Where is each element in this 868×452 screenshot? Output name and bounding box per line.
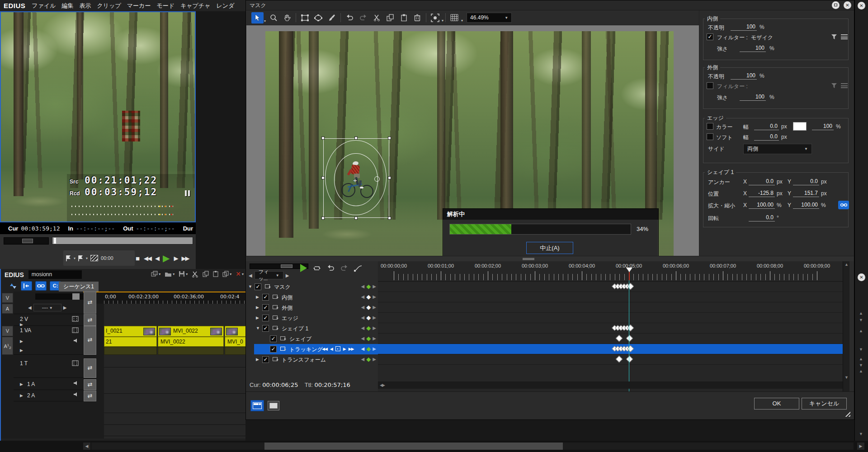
collapse-icon[interactable]: ▼ — [248, 284, 252, 289]
scroll-down-icon[interactable]: ▼ — [859, 432, 863, 436]
player-video-monitor[interactable]: Src 00:21:01;22 Rcd 00:03:59;12 — [0, 11, 196, 222]
close-icon[interactable]: ✕ — [858, 2, 865, 9]
kf-track-mask[interactable] — [378, 282, 843, 292]
filter-funnel-icon[interactable] — [831, 83, 837, 89]
zoom-level-select[interactable]: 46.49% ▼ — [467, 13, 512, 23]
track-header-1va[interactable]: 1 VA — [14, 326, 83, 337]
shape-handle[interactable] — [388, 137, 391, 140]
shape-handle[interactable] — [354, 217, 358, 220]
clip-mvi0021-video[interactable]: I_0021 — [104, 326, 157, 337]
tracking-target-dropdown[interactable]: ▾ — [442, 19, 443, 23]
add-key-icon[interactable]: ◆ — [366, 325, 371, 331]
undo-button[interactable] — [343, 11, 356, 24]
layout-single-button[interactable] — [268, 401, 279, 410]
flag-in-dropdown[interactable]: ▾ — [74, 256, 75, 260]
track-options-icon[interactable] — [10, 283, 16, 289]
track-forward-icon[interactable]: ▶ — [343, 347, 346, 351]
track-header-1a[interactable]: ▶ 1 A — [14, 379, 83, 390]
zoom-tool-button[interactable] — [267, 11, 280, 24]
prev-key-icon[interactable]: ◀ — [361, 336, 365, 341]
curve-editor-button[interactable] — [354, 265, 362, 272]
position-bar[interactable] — [52, 237, 193, 245]
row-checkbox[interactable]: ✓ — [262, 294, 269, 301]
timeline-ruler[interactable]: 0;00 00:02:23;00 00:02:36;00 00:02:4 — [83, 292, 245, 304]
track-patch-2v[interactable]: ⇄ — [84, 314, 96, 326]
hand-tool-button[interactable] — [280, 11, 294, 24]
menu-file[interactable]: ファイル — [32, 2, 56, 10]
delete-button[interactable] — [410, 11, 424, 24]
source-dropdown[interactable]: ---- ▼ — [33, 304, 61, 311]
scale-link-icon[interactable] — [838, 201, 849, 209]
shape-handle[interactable] — [321, 137, 325, 140]
add-key-icon[interactable]: ◆ — [366, 294, 371, 300]
delete-button[interactable]: ✕▾ — [236, 270, 244, 278]
clip-mvi0021-audio[interactable]: 21 — [104, 337, 157, 347]
kf-track-transform[interactable] — [378, 354, 843, 365]
keyframe-ruler[interactable]: 00:00:00;00 00:00:01;00 00:00:02;00 00:0… — [378, 261, 843, 282]
add-key-icon[interactable]: ◆ — [366, 356, 371, 362]
rectangle-shape-button[interactable] — [298, 11, 311, 24]
row-checkbox[interactable]: ✓ — [255, 283, 261, 290]
flag-in-icon[interactable] — [66, 255, 71, 261]
scale-y-value[interactable]: 100.00 — [793, 202, 819, 209]
prev-frame-button[interactable]: ◀ — [155, 255, 159, 262]
next-key-icon[interactable]: ▶ — [373, 315, 376, 320]
rewind-button[interactable]: ◀◀ — [144, 255, 151, 262]
edge-color-opacity-value[interactable]: 100 — [812, 123, 834, 130]
track-patch-1t[interactable]: ⇄ — [84, 358, 96, 378]
position-thumb[interactable] — [54, 238, 56, 244]
next-key-icon[interactable]: ▶ — [373, 284, 376, 289]
opacity-value[interactable]: 100 — [731, 72, 757, 80]
open-project-button[interactable]: ▾ — [165, 271, 175, 277]
resize-grip[interactable] — [844, 410, 850, 417]
inner-filter-checkbox[interactable]: ✓ — [707, 33, 713, 40]
add-key-icon[interactable]: ◆ — [366, 283, 371, 289]
kf-row-shape1[interactable]: ▼ ✓ シェイプ 1 ◀◆▶ — [246, 323, 378, 334]
shuttle-thumb[interactable] — [22, 239, 33, 243]
scroll-right-button[interactable]: ▶ — [857, 443, 864, 450]
clip-mvi-video-clipped[interactable] — [225, 326, 245, 337]
grid-button[interactable] — [448, 11, 461, 24]
scale-x-value[interactable]: 100.00 — [749, 202, 775, 209]
keyframe-play-button[interactable] — [300, 264, 307, 272]
track-patch-master[interactable]: ⇄ — [84, 292, 96, 314]
scroll-up-icon[interactable]: ▲ — [859, 329, 863, 333]
menu-clip[interactable]: クリップ — [97, 2, 121, 10]
clip-mvi0022-video[interactable]: MVI_0022 — [158, 326, 224, 337]
ellipse-shape-button[interactable] — [311, 11, 325, 24]
kf-track-outer[interactable] — [378, 302, 843, 313]
tracking-target-button[interactable] — [428, 11, 442, 24]
expand-icon[interactable]: ▶ — [256, 315, 259, 320]
strength-value[interactable]: 100 — [740, 94, 766, 101]
shape-handle[interactable] — [354, 137, 358, 140]
mask-preview-area[interactable]: + 解析中 34% 中止(A) — [246, 25, 699, 256]
copy-button[interactable] — [383, 11, 397, 24]
prev-key-icon[interactable]: ◀ — [361, 325, 365, 330]
duplicate-button[interactable]: ▾ — [222, 271, 231, 277]
track-patch-1a[interactable]: ⇄ — [84, 379, 96, 390]
next-key-icon[interactable]: ▶ — [373, 346, 376, 351]
va-badge-a[interactable]: A — [2, 304, 13, 314]
track-back-icon[interactable]: ◀ — [330, 347, 333, 351]
cancel-button[interactable]: キャンセル — [802, 398, 847, 410]
prev-key-icon[interactable]: ◀ — [361, 305, 365, 310]
next-key-icon[interactable]: ▶ — [373, 305, 376, 310]
save-project-button[interactable]: ▾ — [179, 271, 188, 277]
kf-row-shape[interactable]: ✓ シェイプ ◀◆▶ — [246, 334, 378, 344]
kf-row-tracking[interactable]: ✓ トラッキング ◀◀ ◀ ▶ ▶▶ ◀◆▶ — [254, 344, 378, 354]
expand-icon[interactable]: ▶ — [256, 295, 259, 299]
filter-list-icon[interactable] — [841, 34, 848, 39]
track-header-1va-sub[interactable]: ▶ — [14, 347, 83, 355]
kf-track-tracking[interactable] — [378, 344, 843, 354]
add-key-icon[interactable]: ◆ — [366, 335, 371, 341]
track-master-bar[interactable] — [35, 293, 90, 300]
filter-funnel-icon[interactable] — [831, 34, 837, 40]
prev-key-icon[interactable]: ◀ — [361, 294, 365, 299]
track-header-1va-audio[interactable]: ▶ — [14, 337, 83, 347]
select-tool-button[interactable] — [251, 12, 264, 24]
kf-row-transform[interactable]: ▶ ✓ トランスフォーム ◀◆▶ — [246, 354, 378, 365]
track-target-icon[interactable] — [335, 346, 340, 351]
clip-mvi-audio-clipped[interactable]: MVI_0 — [225, 337, 245, 347]
row-checkbox[interactable]: ✓ — [270, 335, 277, 342]
pen-tool-button[interactable] — [325, 11, 339, 24]
